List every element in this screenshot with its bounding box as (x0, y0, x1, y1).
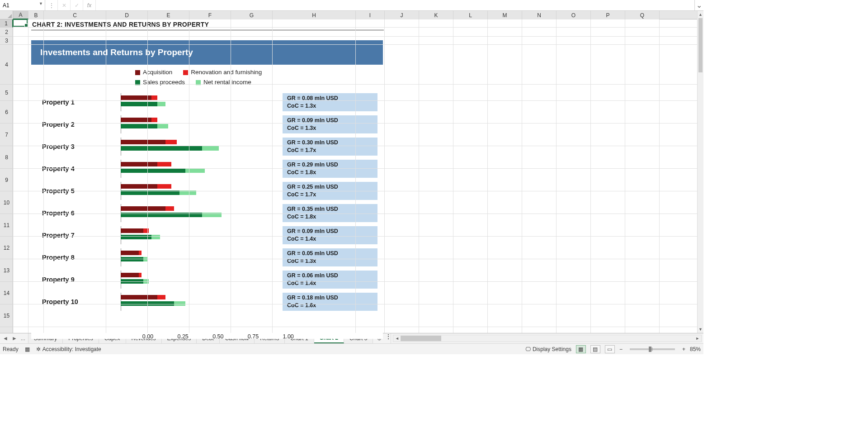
column-header-J[interactable]: J (385, 11, 419, 19)
property-bars (121, 226, 265, 244)
chart-row: Property 9GR = 0.06 mln USDCoC = 1.4x (31, 268, 383, 290)
bar-net-rental (202, 146, 219, 151)
column-header-P[interactable]: P (591, 11, 625, 19)
row-header-1[interactable]: 1 (0, 19, 13, 28)
enter-formula-button[interactable]: ✓ (71, 0, 83, 10)
bar-renovation (165, 140, 177, 144)
row-header-12[interactable]: 12 (0, 237, 13, 259)
zoom-slider[interactable] (630, 348, 675, 350)
hscroll-thumb[interactable] (401, 336, 441, 341)
row-header-15[interactable]: 15 (0, 304, 13, 327)
zoom-thumb[interactable] (649, 347, 651, 352)
x-tick: 0.00 (142, 333, 153, 340)
property-label: Property 1 (31, 99, 121, 106)
cancel-formula-button[interactable]: ✕ (58, 0, 71, 10)
insert-function-button[interactable]: fx (83, 0, 96, 10)
row-header-8[interactable]: 8 (0, 146, 13, 169)
column-header-H[interactable]: H (273, 11, 356, 19)
chart-row: Property 7GR = 0.09 mln USDCoC = 1.4x (31, 224, 383, 246)
gridline-v (43, 19, 44, 333)
row-header-5[interactable]: 5 (0, 85, 13, 101)
annotation-gr: GR = 0.29 mln USD (287, 161, 373, 169)
row-header-2[interactable]: 2 (0, 28, 13, 37)
active-cell[interactable] (13, 19, 28, 27)
column-header-L[interactable]: L (453, 11, 488, 19)
column-header-C[interactable]: C (44, 11, 106, 19)
chart-row: Property 6GR = 0.35 mln USDCoC = 1.8x (31, 202, 383, 224)
column-header-F[interactable]: F (189, 11, 231, 19)
horizontal-scrollbar[interactable]: ◄ ► (393, 335, 702, 342)
row-header-11[interactable]: 11 (0, 214, 13, 237)
hscroll-right-button[interactable]: ► (694, 336, 701, 341)
column-header-Q[interactable]: Q (625, 11, 660, 19)
x-tick: 1.00 (283, 333, 293, 340)
bar-sales (121, 124, 157, 128)
column-header-E[interactable]: E (148, 11, 189, 19)
row-header-14[interactable]: 14 (0, 282, 13, 304)
bar-renovation (165, 206, 174, 211)
chart-row: Property 3GR = 0.30 mln USDCoC = 1.7x (31, 135, 383, 157)
legend-net-rental: Net rental income (196, 77, 251, 87)
annotation-gr: GR = 0.18 mln USD (287, 294, 373, 302)
bar-net-rental (202, 213, 222, 217)
view-page-layout-button[interactable]: ▤ (590, 345, 600, 353)
column-header-B[interactable]: B (28, 11, 44, 19)
property-bars (121, 138, 265, 156)
column-header-G[interactable]: G (231, 11, 273, 19)
tab-separator: ⋮ (386, 333, 391, 343)
expand-formula-bar-button[interactable]: ⌄ (694, 0, 703, 10)
function-dropdown-button[interactable]: ⋮ (45, 0, 58, 10)
gridline-v (659, 19, 660, 333)
property-bars (121, 204, 265, 222)
row-header-13[interactable]: 13 (0, 259, 13, 282)
column-header-O[interactable]: O (557, 11, 591, 19)
select-all-corner[interactable] (0, 11, 13, 19)
bar-acquisition (121, 184, 157, 189)
row-header-7[interactable]: 7 (0, 124, 13, 146)
property-annotation: GR = 0.09 mln USDCoC = 1.4x (283, 226, 377, 244)
bar-sales (121, 235, 151, 239)
vscroll-thumb[interactable] (698, 18, 703, 72)
column-header-I[interactable]: I (356, 11, 385, 19)
bar-renovation (157, 162, 171, 166)
monitor-icon: 🖵 (525, 346, 531, 352)
row-header-4[interactable]: 4 (0, 45, 13, 85)
bar-acquisition (121, 228, 143, 233)
property-annotation: GR = 0.18 mln USDCoC = 1.6x (283, 293, 377, 311)
view-normal-button[interactable]: ▦ (576, 345, 586, 353)
scroll-down-button[interactable]: ▼ (698, 326, 703, 333)
row-header-10[interactable]: 10 (0, 191, 13, 214)
zoom-out-button[interactable]: − (619, 346, 623, 352)
zoom-level[interactable]: 85% (690, 346, 701, 352)
bar-acquisition (121, 118, 151, 122)
property-annotation: GR = 0.08 mln USDCoC = 1.3x (283, 93, 377, 111)
column-header-N[interactable]: N (522, 11, 557, 19)
property-annotation: GR = 0.05 mln USDCoC = 1.3x (283, 248, 377, 266)
scroll-up-button[interactable]: ▲ (698, 11, 703, 18)
name-box-dropdown-icon[interactable]: ▼ (39, 1, 43, 6)
name-box[interactable]: A1 ▼ (0, 0, 45, 10)
hscroll-left-button[interactable]: ◄ (393, 336, 401, 341)
macro-record-icon[interactable]: ▦ (25, 346, 30, 352)
view-page-break-button[interactable]: ▭ (605, 345, 615, 353)
column-header-A[interactable]: A (13, 11, 28, 19)
vertical-scrollbar[interactable]: ▲ ▼ (697, 11, 703, 333)
row-header-9[interactable]: 9 (0, 169, 13, 191)
column-header-D[interactable]: D (106, 11, 148, 19)
bar-renovation (139, 273, 142, 277)
tab-nav-more[interactable]: ... (21, 335, 25, 342)
row-header-6[interactable]: 6 (0, 101, 13, 124)
cells-area[interactable]: CHART 2: INVESTMENTS AND RETURNS BY PROP… (13, 19, 697, 333)
annotation-coc: CoC = 1.8x (287, 169, 373, 176)
tab-nav-next[interactable]: ► (12, 335, 17, 342)
formula-input[interactable] (96, 0, 694, 10)
hscroll-track[interactable] (401, 335, 694, 342)
embedded-chart[interactable]: Investments and Returns by Property Acqu… (31, 40, 383, 339)
tab-nav-prev[interactable]: ◄ (3, 335, 8, 342)
accessibility-status[interactable]: ✲Accessibility: Investigate (36, 346, 101, 352)
column-header-K[interactable]: K (419, 11, 453, 19)
row-header-3[interactable]: 3 (0, 37, 13, 45)
display-settings-button[interactable]: 🖵Display Settings (525, 346, 571, 352)
zoom-in-button[interactable]: + (682, 346, 685, 352)
column-header-M[interactable]: M (488, 11, 522, 19)
